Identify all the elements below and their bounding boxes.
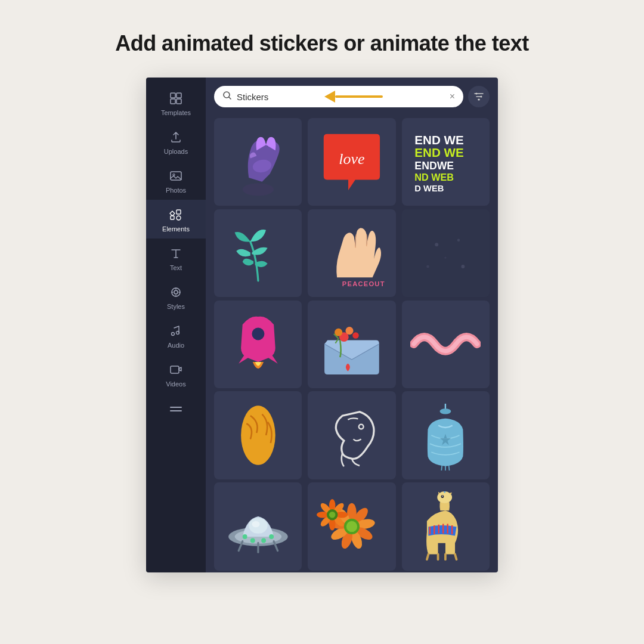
svg-point-19 <box>478 99 480 101</box>
svg-point-31 <box>427 265 429 267</box>
svg-rect-8 <box>171 216 174 219</box>
svg-rect-3 <box>177 99 181 104</box>
svg-point-42 <box>440 408 451 414</box>
sticker-orange-flowers[interactable] <box>308 482 395 570</box>
main-content: Stickers × <box>206 78 498 572</box>
svg-point-37 <box>346 327 354 335</box>
sticker-finger-heart[interactable] <box>214 118 302 206</box>
sticker-flower-envelope[interactable] <box>308 301 395 388</box>
svg-point-7 <box>177 216 181 220</box>
svg-rect-13 <box>171 366 179 373</box>
svg-text:PEACEOUT: PEACEOUT <box>342 280 385 287</box>
text-icon <box>169 247 182 262</box>
sidebar-item-audio[interactable]: Audio <box>146 316 206 355</box>
elements-icon <box>169 208 182 223</box>
sidebar-item-photos[interactable]: Photos <box>146 161 206 200</box>
styles-icon <box>169 286 182 301</box>
svg-text:END WE: END WE <box>415 145 464 159</box>
audio-label: Audio <box>168 342 184 349</box>
svg-point-51 <box>252 521 259 527</box>
photos-icon <box>169 169 182 184</box>
text-label: Text <box>170 264 182 271</box>
sticker-end-we-text[interactable]: END WE END WE ENDWE ND WEB D WEB <box>402 118 490 206</box>
sidebar-item-uploads[interactable]: Uploads <box>146 122 206 161</box>
photos-label: Photos <box>166 187 186 194</box>
svg-point-50 <box>269 534 274 539</box>
svg-point-40 <box>359 425 364 429</box>
sticker-face-profile[interactable] <box>308 391 395 479</box>
sticker-love-bubble[interactable]: love <box>308 118 395 206</box>
search-icon <box>222 91 232 103</box>
svg-point-32 <box>462 265 465 268</box>
svg-point-62 <box>346 521 357 532</box>
uploads-label: Uploads <box>164 148 188 155</box>
arrow-body <box>335 95 383 98</box>
svg-rect-2 <box>171 99 175 104</box>
audio-icon <box>169 324 182 339</box>
sidebar-item-more[interactable] <box>146 394 206 420</box>
sticker-lantern[interactable] <box>402 391 490 479</box>
sidebar-item-styles[interactable]: Styles <box>146 277 206 316</box>
svg-point-34 <box>252 328 264 340</box>
svg-text:D WEB: D WEB <box>415 183 444 193</box>
svg-point-29 <box>435 243 439 246</box>
sidebar-item-templates[interactable]: Templates <box>146 83 206 122</box>
svg-text:ENDWE: ENDWE <box>415 159 454 171</box>
templates-label: Templates <box>161 109 191 116</box>
svg-rect-0 <box>171 93 175 98</box>
svg-rect-1 <box>177 93 181 98</box>
app-container: Templates Uploads Photos <box>146 78 498 572</box>
search-bar-container: Stickers × <box>206 78 498 113</box>
svg-rect-4 <box>171 172 181 180</box>
stickers-grid: love END WE END WE ENDWE ND WEB D WEB <box>206 113 498 572</box>
arrow-head <box>324 91 335 103</box>
svg-point-33 <box>445 256 447 258</box>
sticker-llama[interactable] <box>402 482 490 570</box>
uploads-icon <box>169 131 182 145</box>
svg-point-11 <box>172 333 175 336</box>
svg-point-48 <box>250 538 255 543</box>
sticker-ufo[interactable] <box>214 482 302 570</box>
videos-icon <box>169 363 182 378</box>
page-headline: Add animated stickers or animate the tex… <box>115 31 529 56</box>
templates-icon <box>169 92 182 107</box>
svg-point-72 <box>329 512 335 518</box>
svg-point-75 <box>442 496 443 497</box>
videos-label: Videos <box>166 380 185 388</box>
sticker-sparkles[interactable] <box>402 209 490 297</box>
svg-point-20 <box>242 183 273 196</box>
search-clear-button[interactable]: × <box>450 91 455 102</box>
svg-point-47 <box>242 534 247 539</box>
elements-label: Elements <box>162 225 190 233</box>
svg-point-10 <box>174 290 178 294</box>
sidebar-item-text[interactable]: Text <box>146 239 206 277</box>
svg-rect-6 <box>177 210 181 214</box>
sticker-peace-hand[interactable]: PEACEOUT <box>308 209 395 297</box>
svg-text:love: love <box>339 150 364 168</box>
svg-point-30 <box>457 239 460 241</box>
more-icon <box>169 402 182 414</box>
sticker-rocket[interactable] <box>214 301 302 388</box>
arrow-annotation <box>325 91 383 103</box>
svg-point-49 <box>261 538 266 543</box>
sidebar-item-videos[interactable]: Videos <box>146 355 206 394</box>
search-filter-button[interactable] <box>468 86 490 107</box>
sticker-squiggle[interactable] <box>402 301 490 388</box>
sidebar-item-elements[interactable]: Elements <box>146 200 206 239</box>
svg-point-38 <box>352 333 358 339</box>
sticker-oval[interactable] <box>214 391 302 479</box>
sticker-leaf-branch[interactable] <box>214 209 302 297</box>
svg-point-39 <box>241 405 275 465</box>
svg-point-18 <box>481 96 482 98</box>
svg-text:ND WEB: ND WEB <box>415 172 454 182</box>
svg-text:END WE: END WE <box>415 133 464 147</box>
styles-label: Styles <box>167 303 185 310</box>
svg-point-5 <box>173 174 175 176</box>
svg-point-17 <box>476 93 478 95</box>
sidebar: Templates Uploads Photos <box>146 78 206 572</box>
